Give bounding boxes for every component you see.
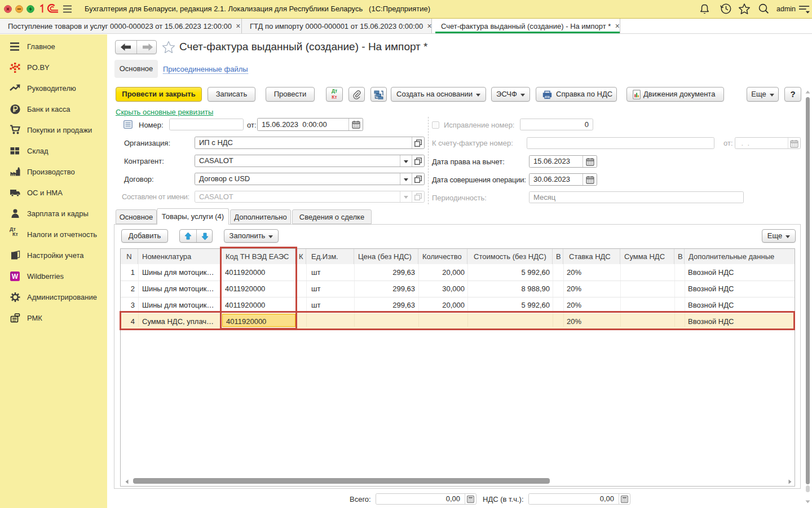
svg-text:W: W: [12, 273, 19, 281]
